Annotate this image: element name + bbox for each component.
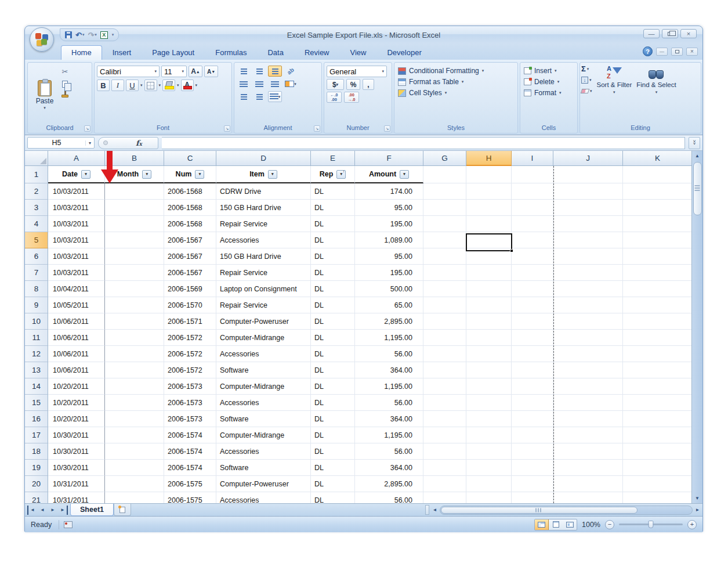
- cell-J16[interactable]: [553, 411, 623, 427]
- cell-D3[interactable]: 150 GB Hard Drive: [216, 200, 311, 216]
- cell-C13[interactable]: 2006-1572: [164, 362, 216, 378]
- tab-review[interactable]: Review: [294, 45, 340, 60]
- cell-K15[interactable]: [623, 395, 691, 411]
- formula-input[interactable]: [162, 137, 685, 149]
- cell-E6[interactable]: DL: [311, 248, 355, 265]
- grow-font-button[interactable]: A▲: [189, 66, 202, 77]
- wrap-text-button[interactable]: ▾: [268, 91, 282, 102]
- insert-function-area[interactable]: fx: [98, 137, 158, 149]
- cell-I5[interactable]: [512, 232, 553, 248]
- underline-dropdown-icon[interactable]: ▾: [140, 83, 143, 88]
- cell-J15[interactable]: [553, 395, 623, 411]
- cell-H14[interactable]: [466, 378, 512, 395]
- number-format-dropdown-icon[interactable]: ▾: [382, 69, 384, 74]
- horizontal-scroll-track[interactable]: [440, 506, 693, 515]
- cell-F5[interactable]: 1,089.00: [355, 232, 423, 248]
- row-header-13[interactable]: 13: [25, 362, 48, 378]
- row-header-14[interactable]: 14: [25, 378, 48, 395]
- cell-B11[interactable]: [105, 330, 164, 346]
- cell-I6[interactable]: [512, 248, 553, 265]
- cell-J19[interactable]: [553, 460, 623, 476]
- cell-D12[interactable]: Accessories: [216, 346, 311, 362]
- cell-A21[interactable]: 10/31/2011: [48, 492, 105, 503]
- font-color-dropdown-icon[interactable]: ▾: [195, 83, 198, 88]
- cell-E11[interactable]: DL: [311, 330, 355, 346]
- cell-K10[interactable]: [623, 313, 691, 330]
- vertical-scroll-thumb[interactable]: [693, 162, 702, 215]
- header-cell-rep[interactable]: Rep▾↑: [311, 166, 355, 183]
- tab-data[interactable]: Data: [257, 45, 294, 60]
- cell-J14[interactable]: [553, 378, 623, 395]
- cell-B2[interactable]: [105, 183, 164, 200]
- row-header-6[interactable]: 6: [25, 248, 48, 265]
- row-header-5[interactable]: 5: [25, 232, 48, 248]
- cell-H3[interactable]: [466, 200, 512, 216]
- align-left-button[interactable]: [237, 78, 251, 89]
- cell-J8[interactable]: [553, 281, 623, 297]
- zoom-slider[interactable]: [619, 524, 683, 525]
- cell-H2[interactable]: [466, 183, 512, 200]
- cell-A9[interactable]: 10/05/2011: [48, 297, 105, 313]
- cell-A11[interactable]: 10/06/2011: [48, 330, 105, 346]
- cell-E18[interactable]: DL: [311, 443, 355, 460]
- cell-E19[interactable]: DL: [311, 460, 355, 476]
- insert-cells-button[interactable]: Insert▾: [524, 67, 574, 75]
- cell-G7[interactable]: [423, 265, 466, 281]
- cell-F12[interactable]: 56.00: [355, 346, 423, 362]
- cell-C18[interactable]: 2006-1574: [164, 443, 216, 460]
- cell-F15[interactable]: 56.00: [355, 395, 423, 411]
- cell-J12[interactable]: [553, 346, 623, 362]
- cell-J11[interactable]: [553, 330, 623, 346]
- cell-D18[interactable]: Accessories: [216, 443, 311, 460]
- cell-E4[interactable]: DL: [311, 216, 355, 232]
- cell-D5[interactable]: Accessories: [216, 232, 311, 248]
- shrink-font-button[interactable]: A▼: [204, 66, 218, 77]
- clear-button[interactable]: ▾: [581, 86, 592, 96]
- cell-A20[interactable]: 10/31/2011: [48, 476, 105, 492]
- format-as-table-button[interactable]: Format as Table▾: [398, 78, 514, 86]
- restore-button[interactable]: [662, 29, 678, 38]
- column-header-J[interactable]: J: [553, 151, 623, 166]
- cell-K11[interactable]: [623, 330, 691, 346]
- cell-J9[interactable]: [553, 297, 623, 313]
- cell-F16[interactable]: 364.00: [355, 411, 423, 427]
- column-header-I[interactable]: I: [512, 151, 553, 166]
- tab-view[interactable]: View: [340, 45, 377, 60]
- workbook-minimize-button[interactable]: —: [656, 48, 668, 56]
- workbook-restore-button[interactable]: [671, 48, 683, 56]
- cell-G1[interactable]: [423, 166, 466, 183]
- cell-D10[interactable]: Computer-Poweruser: [216, 313, 311, 330]
- row-header-17[interactable]: 17: [25, 427, 48, 443]
- format-painter-button[interactable]: [59, 91, 71, 101]
- cell-H20[interactable]: [466, 476, 512, 492]
- cell-F11[interactable]: 1,195.00: [355, 330, 423, 346]
- cell-B18[interactable]: [105, 443, 164, 460]
- number-dialog-launcher[interactable]: ↘: [384, 125, 390, 132]
- font-name-combo[interactable]: Calibri▾: [97, 66, 160, 77]
- cell-F8[interactable]: 500.00: [355, 281, 423, 297]
- cell-A13[interactable]: 10/06/2011: [48, 362, 105, 378]
- row-header-15[interactable]: 15: [25, 395, 48, 411]
- cell-C8[interactable]: 2006-1569: [164, 281, 216, 297]
- cell-C11[interactable]: 2006-1572: [164, 330, 216, 346]
- cell-D11[interactable]: Computer-Midrange: [216, 330, 311, 346]
- align-middle-button[interactable]: [252, 66, 266, 77]
- merge-center-button[interactable]: ▾: [284, 78, 298, 89]
- row-header-16[interactable]: 16: [25, 411, 48, 427]
- row-header-21[interactable]: 21: [25, 492, 48, 503]
- cell-J18[interactable]: [553, 443, 623, 460]
- cell-K9[interactable]: [623, 297, 691, 313]
- cell-I10[interactable]: [512, 313, 553, 330]
- column-header-B[interactable]: B: [105, 151, 164, 166]
- cell-K16[interactable]: [623, 411, 691, 427]
- cell-C7[interactable]: 2006-1567: [164, 265, 216, 281]
- cell-G14[interactable]: [423, 378, 466, 395]
- tab-home[interactable]: Home: [61, 45, 102, 60]
- cell-B6[interactable]: [105, 248, 164, 265]
- cell-D2[interactable]: CDRW Drive: [216, 183, 311, 200]
- cell-E7[interactable]: DL: [311, 265, 355, 281]
- row-header-8[interactable]: 8: [25, 281, 48, 297]
- cell-D7[interactable]: Repair Service: [216, 265, 311, 281]
- comma-button[interactable]: ,: [363, 79, 374, 90]
- header-cell-date[interactable]: Date▾: [48, 166, 105, 183]
